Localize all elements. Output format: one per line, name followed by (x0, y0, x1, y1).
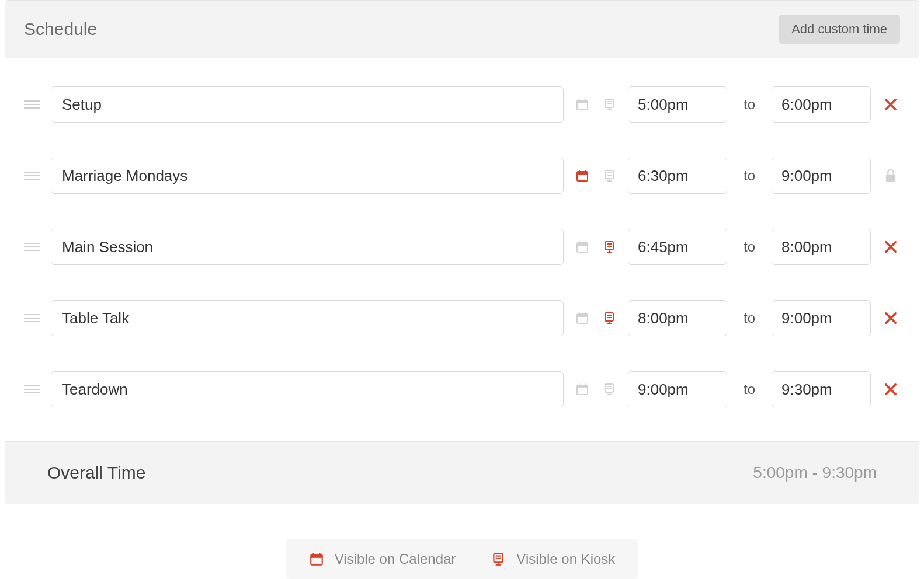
schedule-name-input[interactable] (51, 229, 564, 265)
calendar-icon (575, 240, 589, 254)
overall-time-label: Overall Time (47, 463, 145, 483)
calendar-icon (309, 552, 324, 567)
to-label: to (738, 381, 761, 397)
start-time-input[interactable] (628, 158, 727, 194)
to-label: to (738, 168, 761, 184)
start-time-input[interactable] (628, 371, 727, 407)
kiosk-toggle[interactable] (601, 381, 617, 397)
legend-calendar: Visible on Calendar (309, 551, 456, 567)
drag-handle-icon[interactable] (24, 385, 40, 393)
kiosk-icon (602, 169, 616, 183)
end-time-input[interactable] (772, 86, 871, 123)
schedule-name-input[interactable] (51, 300, 564, 336)
close-icon (883, 96, 899, 113)
schedule-card: Schedule Add custom time tototototo Over… (5, 0, 919, 504)
lock-icon (883, 168, 899, 184)
calendar-toggle[interactable] (574, 239, 590, 255)
schedule-row: to (24, 69, 900, 140)
card-header: Schedule Add custom time (5, 1, 919, 58)
calendar-toggle[interactable] (574, 310, 590, 326)
legend-kiosk: Visible on Kiosk (491, 551, 615, 567)
lock-icon (881, 166, 900, 185)
schedule-row: to (24, 211, 900, 282)
delete-row-button[interactable] (881, 95, 900, 114)
card-footer: Overall Time 5:00pm - 9:30pm (5, 441, 919, 504)
legend-calendar-label: Visible on Calendar (335, 551, 456, 567)
legend: Visible on Calendar Visible on Kiosk (286, 539, 639, 579)
start-time-input[interactable] (628, 229, 727, 265)
close-icon (883, 381, 899, 397)
schedule-name-input[interactable] (51, 371, 564, 407)
schedule-name-input[interactable] (51, 158, 564, 194)
start-time-input[interactable] (628, 86, 727, 123)
kiosk-icon (602, 97, 616, 111)
kiosk-icon (602, 382, 616, 396)
calendar-icon (575, 169, 589, 183)
calendar-icon (575, 311, 589, 325)
kiosk-toggle[interactable] (601, 168, 617, 184)
schedule-row: to (24, 282, 900, 354)
end-time-input[interactable] (772, 158, 871, 194)
start-time-input[interactable] (628, 300, 727, 336)
delete-row-button[interactable] (881, 238, 900, 256)
close-icon (883, 239, 899, 255)
calendar-icon (575, 97, 589, 111)
calendar-icon (575, 382, 589, 396)
legend-kiosk-label: Visible on Kiosk (516, 551, 615, 567)
to-label: to (738, 310, 761, 326)
delete-row-button[interactable] (881, 309, 900, 327)
kiosk-icon (491, 552, 506, 567)
end-time-input[interactable] (772, 371, 871, 407)
delete-row-button[interactable] (881, 380, 900, 399)
close-icon (883, 310, 899, 326)
drag-handle-icon[interactable] (24, 172, 40, 180)
kiosk-toggle[interactable] (601, 310, 617, 326)
kiosk-icon (602, 311, 616, 325)
overall-time-value: 5:00pm - 9:30pm (753, 463, 877, 482)
calendar-toggle[interactable] (574, 381, 590, 397)
card-title: Schedule (24, 19, 97, 39)
end-time-input[interactable] (772, 229, 871, 265)
drag-handle-icon[interactable] (24, 314, 40, 322)
add-custom-time-button[interactable]: Add custom time (779, 15, 900, 44)
to-label: to (738, 239, 761, 255)
calendar-toggle[interactable] (574, 168, 590, 184)
schedule-rows: tototototo (5, 58, 919, 441)
kiosk-icon (602, 240, 616, 254)
kiosk-toggle[interactable] (601, 96, 617, 113)
drag-handle-icon[interactable] (24, 243, 40, 251)
schedule-row: to (24, 140, 900, 211)
drag-handle-icon[interactable] (24, 100, 40, 109)
calendar-toggle[interactable] (574, 96, 590, 113)
schedule-row: to (24, 354, 900, 425)
kiosk-toggle[interactable] (601, 239, 617, 255)
schedule-name-input[interactable] (51, 86, 564, 123)
end-time-input[interactable] (772, 300, 871, 336)
to-label: to (738, 96, 761, 113)
